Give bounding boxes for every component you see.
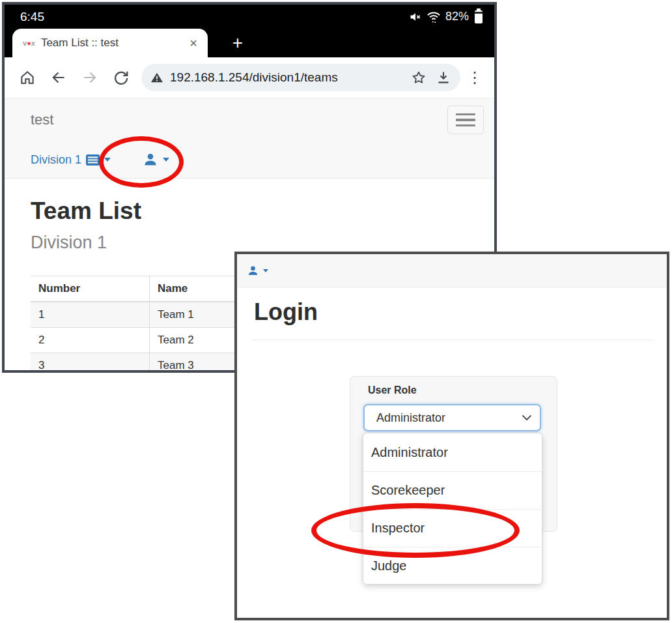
login-title: Login: [254, 298, 667, 326]
selected-role-value: Administrator: [376, 411, 522, 425]
user-role-select[interactable]: Administrator: [363, 404, 541, 431]
browser-toolbar: 192.168.1.254/division1/teams ⋮: [5, 57, 494, 98]
site-brand[interactable]: test: [31, 111, 447, 128]
url-bar[interactable]: 192.168.1.254/division1/teams: [141, 64, 460, 91]
battery-percent: 82%: [445, 10, 469, 23]
team-number-cell: 2: [31, 328, 150, 353]
status-time: 6:45: [20, 10, 44, 24]
table-list-icon: [86, 154, 100, 166]
chevron-down-icon: [263, 269, 268, 272]
new-tab-button[interactable]: +: [223, 29, 252, 57]
reload-icon[interactable]: [111, 68, 131, 87]
url-text[interactable]: 192.168.1.254/division1/teams: [170, 70, 404, 85]
user-dropdown[interactable]: [247, 265, 268, 276]
annotated-tutorial-image: 6:45 82% v●x Team List :: test × +: [0, 0, 672, 623]
battery-icon: [475, 10, 483, 23]
annotation-circle-user-menu: [99, 136, 184, 188]
page-subtitle: Division 1: [31, 233, 494, 252]
forward-icon[interactable]: [80, 68, 100, 87]
tab-close-icon[interactable]: ×: [186, 36, 201, 51]
home-icon[interactable]: [18, 68, 37, 87]
wifi-icon: [427, 10, 441, 23]
volume-muted-icon: [409, 10, 422, 23]
team-number-cell: 3: [31, 353, 150, 373]
login-subnav: [237, 254, 667, 287]
user-icon: [247, 265, 259, 276]
select-chevron-icon: [522, 414, 532, 421]
android-status-bar: 6:45 82%: [5, 5, 494, 29]
tab-title: Team List :: test: [41, 36, 186, 50]
browser-tab[interactable]: v●x Team List :: test ×: [12, 29, 208, 57]
divider: [251, 340, 654, 340]
bookmark-star-icon[interactable]: [411, 70, 427, 85]
browser-menu-icon[interactable]: ⋮: [464, 70, 485, 85]
hamburger-menu-button[interactable]: [447, 106, 484, 134]
user-role-label: User Role: [368, 384, 417, 396]
annotation-circle-inspector-option: [311, 503, 520, 558]
team-number-cell: 1: [31, 302, 150, 328]
site-subnav: Division 1: [5, 141, 494, 179]
download-icon[interactable]: [436, 70, 451, 85]
back-icon[interactable]: [49, 68, 68, 87]
page-title: Team List: [31, 197, 494, 225]
security-warning-icon[interactable]: [150, 72, 163, 83]
screenshot-login: Login User Role Administrator Administra…: [234, 252, 669, 620]
site-favicon-icon: v●x: [23, 39, 35, 47]
column-header-number: Number: [31, 276, 150, 302]
site-header: test: [5, 98, 494, 141]
division-label: Division 1: [31, 153, 81, 167]
browser-tab-strip: v●x Team List :: test × +: [5, 29, 494, 57]
role-option-administrator[interactable]: Administrator: [363, 433, 542, 471]
